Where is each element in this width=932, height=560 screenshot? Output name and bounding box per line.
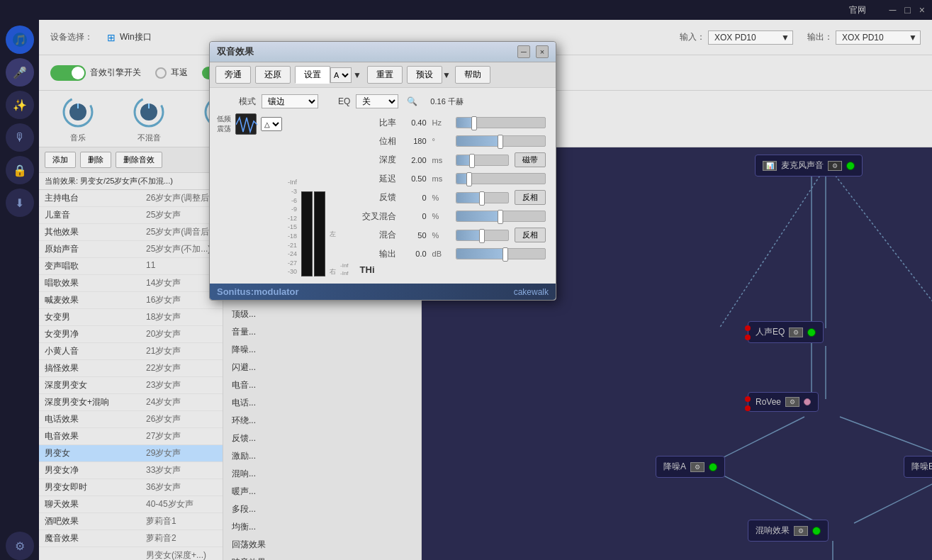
vst-item-top[interactable]: 顶级... [223,306,421,323]
list-item[interactable]: 男变女净 33岁女声 [39,462,223,479]
delete-effect-btn[interactable]: 删除 [80,152,111,168]
list-item[interactable]: 儿童音 25岁女声 [39,207,223,224]
list-item[interactable]: 深度男变女+混响 24岁女声 [39,394,223,411]
node-voiceeq[interactable]: 人声EQ ⚙ [748,321,824,343]
node-rovee[interactable]: RoVee ⚙ [748,392,819,412]
node-denoisea-settings[interactable]: ⚙ [690,462,704,472]
settings-tab[interactable]: 设置 [295,66,330,84]
feedback-slider[interactable] [456,192,509,203]
vst-item-phone[interactable]: 电话... [223,394,421,412]
list-item[interactable]: 原始声音 25岁女声(不加...) [39,241,223,258]
node-voiceeq-settings[interactable]: ⚙ [789,327,803,337]
node-mic[interactable]: 📊 麦克风声音 ⚙ [755,155,863,177]
knob-music-control[interactable] [60,94,96,130]
mode-select[interactable]: 镶边 [262,94,318,108]
sidebar-effects-icon[interactable]: ✨ [6,91,34,119]
knob-nomix[interactable]: 不混音 [131,94,167,143]
minimize-btn[interactable]: ─ [889,4,896,16]
vst-item-eq[interactable]: 均衡... [223,518,421,536]
mix-slider[interactable] [456,230,509,241]
vst-item-reverb[interactable]: 混响... [223,465,421,483]
knob-music[interactable]: 音乐 [60,94,96,143]
input-dropdown[interactable]: XOX PD10 ▼ [708,30,793,45]
list-item[interactable]: 酒吧效果 萝莉音1 [39,513,223,530]
output-dropdown[interactable]: XOX PD10 ▼ [836,30,921,45]
output-slider[interactable] [456,248,546,259]
vst-item-dodge[interactable]: 闪避... [223,359,421,376]
feedback-invert-btn[interactable]: 反相 [515,190,546,205]
list-item[interactable]: 喊麦效果 16岁女声 [39,292,223,309]
help-tab[interactable]: 帮助 [455,66,490,84]
list-item[interactable]: 变声唱歌 11 [39,258,223,275]
node-denoiseb[interactable]: 降噪B ⚙ [904,456,932,478]
output-label: 输出 [357,248,396,260]
rate-slider[interactable] [456,117,546,128]
restore-btn[interactable]: □ [904,4,910,16]
eq-select[interactable]: 关 [356,94,398,108]
node-reverb[interactable]: 混响效果 ⚙ [748,520,829,542]
vst-item-multi[interactable]: 多段... [223,500,421,518]
crossmix-slider[interactable] [456,211,546,222]
list-item[interactable]: 男变女即时 36岁女声 [39,479,223,496]
vst-item-echo[interactable]: 回荡效果 [223,536,421,554]
sidebar-mic-icon[interactable]: 🎙 [6,123,34,152]
node-rovee-settings[interactable]: ⚙ [785,397,799,407]
list-item[interactable]: 聊天效果 40-45岁女声 [39,496,223,513]
list-item[interactable]: 电话效果 26岁女声 [39,411,223,428]
vst-item-surround[interactable]: 环绕... [223,412,421,430]
node-reverb-settings[interactable]: ⚙ [794,526,808,536]
list-item[interactable]: 主持电台 26岁女声(调整后) [39,190,223,207]
earphone-radio-dot[interactable] [155,67,167,79]
preset-arrow[interactable]: ▼ [442,70,451,80]
sidebar-settings-icon[interactable]: ⚙ [6,532,34,560]
knob-nomix-control[interactable] [131,94,167,130]
mix-invert-btn[interactable]: 反相 [515,228,546,242]
phase-slider[interactable] [456,135,546,147]
vst-item-feedback[interactable]: 反馈... [223,430,421,447]
vst-item-denoise[interactable]: 降噪... [223,341,421,359]
reset-tab[interactable]: 重置 [367,66,403,84]
list-item[interactable]: 唱歌效果 14岁女声 [39,275,223,292]
effect-engine-toggle[interactable]: 音效引擎开关 [50,65,141,81]
list-item[interactable]: 男变女(深度+...) [39,547,223,560]
popup-min-btn[interactable]: ─ [517,45,530,58]
settings-select[interactable]: AB [330,67,352,83]
settings-arrow[interactable]: ▼ [352,70,363,80]
bypass-tab[interactable]: 旁通 [215,66,251,84]
app-logo[interactable]: 🎵 [6,26,34,54]
preset-tab[interactable]: 预设 [407,66,442,84]
official-site-link[interactable]: 官网 [849,4,866,16]
list-item[interactable]: 深度男变女 23岁女声 [39,377,223,394]
low-freq-select[interactable]: △ [261,117,282,131]
sidebar-lock-icon[interactable]: 🔒 [6,156,34,184]
node-mic-settings[interactable]: ⚙ [828,161,842,171]
list-item[interactable]: 小黄人音 21岁女声 [39,343,223,360]
list-item[interactable]: 魔音效果 萝莉音2 [39,530,223,547]
vst-item-volume[interactable]: 音量... [223,323,421,341]
delete-effect-audio-btn[interactable]: 删除音效 [116,152,162,168]
list-item[interactable]: 女变男净 20岁女声 [39,326,223,343]
add-effect-btn[interactable]: 添加 [45,152,76,168]
sidebar-download-icon[interactable]: ⬇ [6,189,34,217]
close-btn[interactable]: × [919,4,925,16]
feedback-slider-handle [479,191,485,206]
vst-item-warm[interactable]: 暖声... [223,483,421,500]
vst-item-dawa[interactable]: 哇音效果 [223,554,421,560]
popup-close-btn[interactable]: × [536,45,549,58]
depth-slider[interactable] [456,155,509,166]
vst-item-elec[interactable]: 电音... [223,376,421,394]
effect-switch-track[interactable] [50,65,86,81]
tape-btn[interactable]: 磁带 [515,152,546,167]
delay-slider[interactable] [456,173,546,184]
earphone-radio[interactable]: 耳返 [155,67,188,79]
list-item[interactable]: 电音效果 27岁女声 [39,428,223,445]
list-item[interactable]: 女变男 18岁女声 [39,309,223,326]
device-select[interactable]: ⊞ Win接口 [107,31,152,43]
list-item[interactable]: 搞怪效果 22岁女声 [39,360,223,377]
vst-item-inspire[interactable]: 激励... [223,447,421,465]
node-denoisea[interactable]: 降噪A ⚙ [656,456,725,478]
list-item[interactable]: 其他效果 25岁女声(调音后) [39,224,223,241]
restore-tab[interactable]: 还原 [255,66,291,84]
list-item[interactable]: 男变女 29岁女声 [39,445,223,462]
sidebar-home-icon[interactable]: 🎤 [6,58,34,86]
